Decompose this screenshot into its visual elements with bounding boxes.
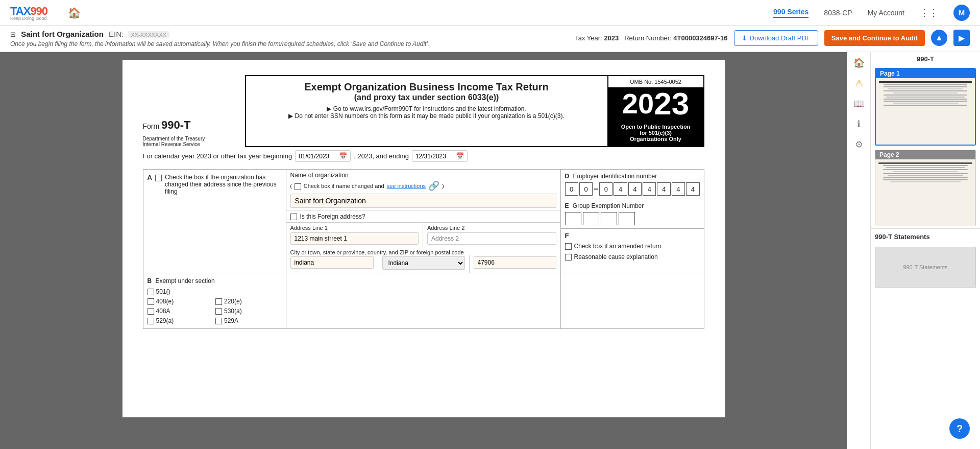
nav-my-account[interactable]: My Account — [868, 9, 904, 17]
exempt-530a-checkbox[interactable] — [215, 308, 222, 315]
ein-box-7: 4 — [672, 182, 685, 196]
page2-thumb[interactable]: Page 2 — [875, 150, 976, 226]
addr2-label: Address Line 2 — [427, 225, 556, 231]
sidebar-warning-icon[interactable]: ⚠ — [855, 78, 863, 89]
city-label: City or town, state or province, country… — [286, 247, 560, 255]
sidebar-home-icon[interactable]: 🏠 — [853, 57, 865, 68]
section-b: B Exempt under section 501() 408(e) 220(… — [143, 273, 286, 328]
city-input[interactable] — [290, 256, 374, 269]
exempt-501-checkbox[interactable] — [148, 289, 154, 295]
exempt-408e: 408(e) — [148, 297, 214, 305]
ein-box-6: 4 — [657, 182, 670, 196]
name-changed-checkbox[interactable] — [295, 183, 301, 190]
section-f: F Check box if an amended return Reasona… — [561, 229, 704, 273]
save-continue-button[interactable]: Save and Continue to Audit — [824, 30, 925, 46]
tax-year-label: Tax Year: — [575, 34, 602, 42]
exempt-220e-checkbox[interactable] — [215, 298, 222, 305]
page1-thumb[interactable]: Page 1 — [875, 68, 976, 146]
tax-year-value: 2023 — [604, 34, 619, 42]
addr2-input[interactable] — [427, 232, 556, 245]
return-number-value: 4T0000324697-16 — [673, 34, 727, 42]
date-end-input[interactable] — [415, 153, 454, 160]
nav-990-series[interactable]: 990 Series — [773, 8, 808, 18]
see-instructions-link[interactable]: see instructions — [387, 183, 426, 189]
open-public-text: Open to Public Inspectionfor 501(c)(3)Or… — [608, 120, 703, 146]
exempt-408a-checkbox[interactable] — [148, 308, 154, 315]
date-end-input-wrap[interactable]: 📅 — [412, 150, 468, 162]
ein-boxes: 0 0 – 0 4 4 4 4 4 4 — [565, 182, 700, 196]
reasonable-row: Reasonable cause explanation — [565, 253, 700, 261]
sidebar-info-icon[interactable]: ℹ — [857, 119, 861, 130]
header-info-emphasis: 'Save and Continue to Audit'. — [351, 40, 429, 48]
statements-thumb[interactable]: 990-T Statements — [875, 247, 976, 288]
avatar[interactable]: M — [953, 5, 970, 21]
statements-title: 990-T Statements — [871, 228, 980, 245]
download-icon: ⬇ — [742, 34, 747, 42]
sidebar-gear-icon[interactable]: ⚙ — [855, 139, 863, 150]
state-cell: Indiana — [378, 255, 469, 273]
ein-box-4: 4 — [628, 182, 642, 196]
form-title-area: Exempt Organization Business Income Tax … — [245, 75, 607, 147]
exempt-529a: 529(a) — [148, 317, 214, 324]
exempt-529A-checkbox[interactable] — [215, 318, 222, 324]
city-row: City or town, state or province, country… — [286, 247, 560, 273]
scroll-up-button[interactable]: ▲ — [931, 30, 947, 46]
city-inputs: Indiana — [286, 255, 560, 273]
logo-tagline: Keep Doing Good — [10, 16, 47, 21]
sidebar-icons-col: 🏠 ⚠ 📖 ℹ ⚙ — [847, 52, 870, 449]
return-number-label: Return Number: — [624, 34, 671, 42]
form-title-line1: Exempt Organization Business Income Tax … — [256, 81, 597, 93]
org-name-input[interactable] — [290, 194, 556, 208]
state-select[interactable]: Indiana — [382, 256, 465, 270]
pages-sidebar: 990-T Page 1 Page 2 — [870, 52, 980, 449]
page-header: ⊞ Saint fort Organization EIN: XX-XXXXXX… — [0, 26, 980, 52]
date-middle-text: , 2023, and ending — [354, 152, 409, 160]
exempt-408a: 408A — [148, 307, 214, 315]
ein-value: XX-XXXXXXX — [128, 31, 169, 38]
header-right: Tax Year: 2023 Return Number: 4T00003246… — [575, 30, 970, 46]
section-f-label: F — [565, 232, 569, 240]
section-b-text: Exempt under section — [156, 277, 215, 285]
org-info: ⊞ Saint fort Organization EIN: XX-XXXXXX… — [10, 30, 570, 48]
amended-checkbox[interactable] — [565, 243, 572, 250]
section-e-text: Group Exemption Number — [573, 202, 644, 209]
ein-box-1: 0 — [579, 182, 593, 196]
group-box-1 — [565, 212, 581, 225]
date-start-input-wrap[interactable]: 📅 — [295, 150, 351, 162]
ein-label: EIN: — [109, 30, 124, 38]
next-button[interactable]: ▶ — [953, 30, 970, 46]
reasonable-checkbox[interactable] — [565, 254, 572, 261]
group-boxes — [565, 212, 700, 225]
addr1-label: Address Line 1 — [290, 225, 419, 231]
page1-preview — [876, 78, 975, 145]
section-a-checkbox[interactable] — [155, 175, 162, 181]
section-b-row: B Exempt under section 501() 408(e) 220(… — [143, 273, 704, 329]
instruction1: ▶ Go to www.irs.gov/Form990T for instruc… — [256, 105, 597, 112]
org-title: ⊞ Saint fort Organization EIN: XX-XXXXXX… — [10, 30, 570, 38]
section-e-label: E — [565, 202, 569, 209]
date-start-input[interactable] — [299, 153, 337, 160]
nav-8038cp[interactable]: 8038-CP — [824, 9, 852, 17]
section-a-text: Check the box if the organization has ch… — [165, 174, 282, 195]
section-d-label: D — [565, 173, 570, 180]
download-draft-button[interactable]: ⬇ Download Draft PDF — [734, 30, 818, 46]
ein-dash: – — [594, 184, 598, 194]
exempt-529a-checkbox[interactable] — [148, 318, 154, 324]
ein-box-5: 4 — [643, 182, 656, 196]
group-box-2 — [583, 212, 599, 225]
page2-preview — [875, 159, 975, 226]
zip-input[interactable] — [474, 256, 556, 269]
exempt-408e-checkbox[interactable] — [148, 298, 154, 305]
sidebar-book-icon[interactable]: 📖 — [853, 98, 865, 109]
name-changed-text: Check box if name changed and — [304, 183, 384, 189]
ein-box-3: 4 — [614, 182, 627, 196]
help-button[interactable]: ? — [949, 418, 970, 439]
name-address-col: Name of organization ( Check box if name… — [286, 170, 561, 273]
org-name: Saint fort Organization — [21, 30, 104, 38]
grid-icon[interactable]: ⋮⋮ — [920, 7, 938, 18]
home-icon[interactable]: 🏠 — [68, 7, 81, 19]
right-col: D Employer identification number 0 0 – 0… — [561, 170, 704, 273]
zip-cell — [469, 255, 560, 273]
foreign-address-checkbox[interactable] — [290, 214, 297, 220]
addr1-input[interactable] — [290, 232, 419, 245]
